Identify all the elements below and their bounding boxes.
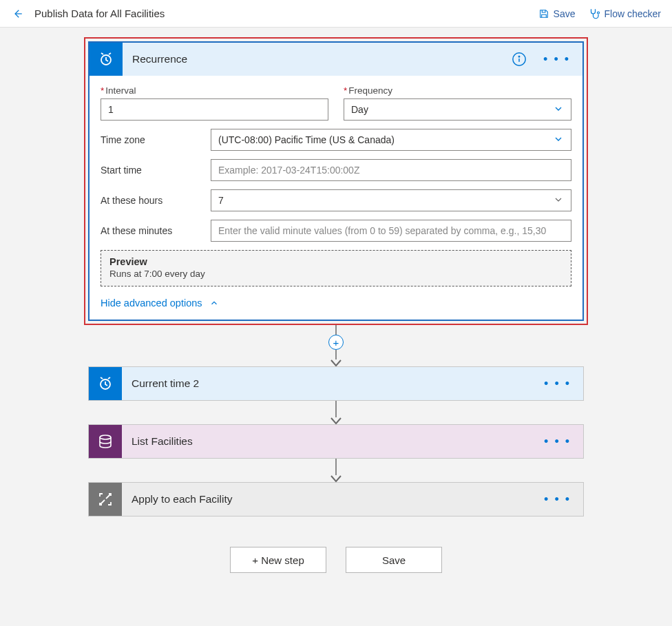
current-time-header[interactable]: Current time 2 • • • (89, 367, 583, 400)
arrow-left-icon (11, 8, 23, 20)
apply-each-title: Apply to each Facility (122, 493, 532, 505)
svg-point-0 (597, 12, 599, 14)
flow-checker-button[interactable]: Flow checker (588, 8, 661, 20)
save-step-button[interactable]: Save (346, 547, 442, 573)
hide-advanced-label: Hide advanced options (101, 298, 202, 309)
preview-title: Preview (109, 256, 563, 267)
current-time-card[interactable]: Current time 2 • • • (88, 366, 584, 401)
frequency-value: Day (351, 104, 368, 115)
bottom-actions: + New step Save (230, 547, 442, 573)
preview-text: Runs at 7:00 every day (109, 269, 563, 279)
chevron-down-icon (553, 134, 564, 147)
svg-point-4 (518, 56, 519, 57)
minutes-label: At these minutes (101, 225, 211, 236)
svg-point-6 (100, 435, 111, 439)
recurrence-card[interactable]: Recurrence • • • *Interval *Frequency Da… (88, 41, 584, 321)
timezone-value: (UTC-08:00) Pacific Time (US & Canada) (218, 134, 395, 145)
save-button[interactable]: Save (538, 8, 576, 19)
interval-input[interactable] (101, 98, 328, 121)
start-time-input[interactable] (211, 159, 571, 181)
arrow-down-icon (330, 475, 342, 482)
connector (330, 401, 342, 424)
save-icon (538, 8, 549, 19)
apply-each-menu[interactable]: • • • (532, 492, 583, 507)
flow-checker-label: Flow checker (605, 8, 661, 19)
arrow-down-icon (330, 359, 342, 366)
clock-alarm-icon (89, 367, 122, 400)
loop-icon (89, 483, 122, 516)
top-actions: Save Flow checker (538, 8, 661, 20)
hours-value: 7 (218, 195, 224, 206)
back-button[interactable] (11, 8, 23, 20)
timezone-label: Time zone (101, 134, 211, 145)
new-step-button[interactable]: + New step (230, 547, 326, 573)
interval-label: *Interval (101, 85, 328, 96)
connector-add: + (328, 325, 344, 366)
recurrence-menu[interactable]: • • • (531, 52, 582, 67)
database-icon (89, 425, 122, 458)
apply-each-card[interactable]: Apply to each Facility • • • (88, 482, 584, 517)
list-facilities-title: List Facilities (122, 435, 532, 448)
recurrence-body: *Interval *Frequency Day T (90, 76, 582, 320)
arrow-down-icon (330, 417, 342, 424)
top-bar: Publish Data for All Facilities Save Flo… (0, 0, 672, 28)
recurrence-header[interactable]: Recurrence • • • (90, 43, 582, 76)
save-label: Save (554, 8, 576, 19)
current-time-title: Current time 2 (122, 377, 532, 390)
clock-alarm-icon (90, 43, 123, 76)
list-facilities-card[interactable]: List Facilities • • • (88, 424, 584, 459)
info-icon[interactable] (512, 52, 527, 67)
chevron-down-icon (553, 103, 564, 116)
hours-label: At these hours (101, 195, 211, 206)
flow-canvas: Recurrence • • • *Interval *Frequency Da… (0, 28, 672, 594)
chevron-down-icon (553, 194, 564, 207)
timezone-select[interactable]: (UTC-08:00) Pacific Time (US & Canada) (211, 129, 571, 151)
hours-select[interactable]: 7 (211, 189, 571, 211)
current-time-menu[interactable]: • • • (532, 377, 583, 391)
recurrence-title: Recurrence (123, 53, 512, 65)
preview-box: Preview Runs at 7:00 every day (101, 250, 571, 286)
list-facilities-header[interactable]: List Facilities • • • (89, 425, 583, 458)
stethoscope-icon (588, 8, 600, 20)
highlight-box: Recurrence • • • *Interval *Frequency Da… (84, 37, 588, 325)
start-time-label: Start time (101, 165, 211, 176)
minutes-input[interactable] (211, 220, 571, 242)
apply-each-header[interactable]: Apply to each Facility • • • (89, 483, 583, 516)
connector (330, 459, 342, 482)
hide-advanced-link[interactable]: Hide advanced options (101, 298, 219, 309)
page-title: Publish Data for All Facilities (34, 8, 538, 19)
frequency-label: *Frequency (344, 85, 571, 96)
frequency-select[interactable]: Day (344, 98, 571, 121)
list-facilities-menu[interactable]: • • • (532, 435, 583, 449)
add-step-button[interactable]: + (328, 335, 344, 350)
chevron-up-icon (209, 298, 219, 308)
